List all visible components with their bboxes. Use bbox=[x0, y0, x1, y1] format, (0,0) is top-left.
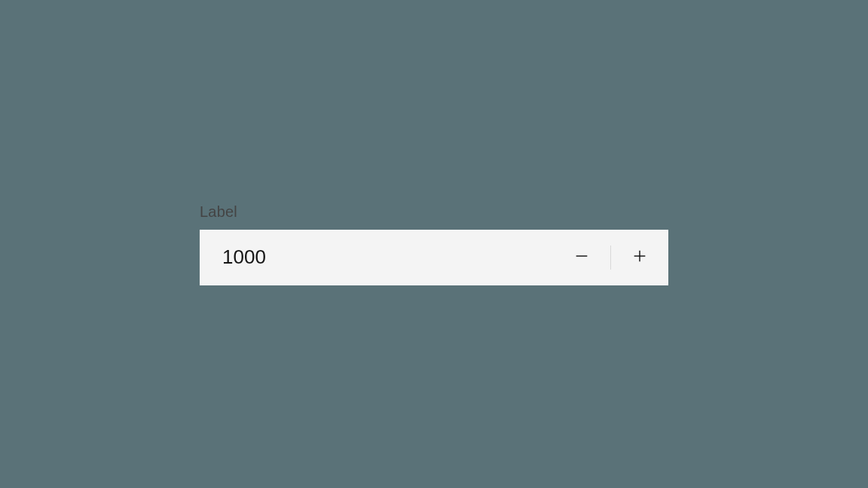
minus-icon bbox=[573, 248, 590, 267]
increment-button[interactable] bbox=[611, 230, 668, 285]
plus-icon bbox=[631, 248, 648, 267]
decrement-button[interactable] bbox=[553, 230, 610, 285]
stepper-controls bbox=[553, 230, 668, 285]
number-input-label: Label bbox=[200, 203, 668, 221]
number-stepper bbox=[200, 230, 668, 285]
number-input-field: Label bbox=[200, 203, 668, 285]
number-input[interactable] bbox=[200, 230, 553, 285]
